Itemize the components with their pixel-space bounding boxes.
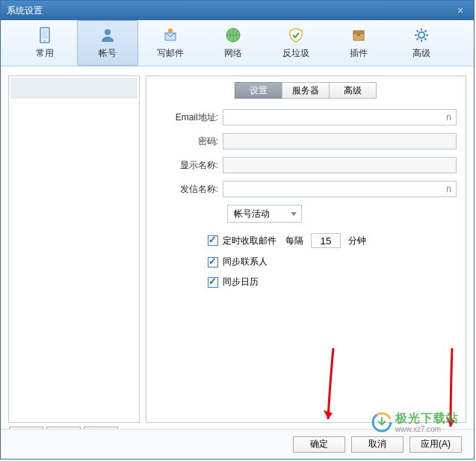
svg-point-3: [105, 29, 111, 35]
account-list: 新建 导入 删除: [8, 75, 140, 423]
sync-contacts-checkbox[interactable]: [208, 257, 218, 267]
tab-compose[interactable]: 写邮件: [140, 20, 201, 66]
password-field[interactable]: [223, 133, 457, 149]
interval-field[interactable]: [311, 233, 341, 248]
fetch-checkbox[interactable]: [208, 235, 218, 246]
gear-icon: [413, 26, 430, 44]
toolbar: 常用 帐号 写邮件 网络 反垃圾: [1, 20, 474, 66]
tab-label: 反垃圾: [282, 47, 309, 60]
tab-label: 插件: [350, 47, 368, 60]
svg-point-2: [44, 40, 46, 42]
svg-rect-8: [357, 34, 360, 36]
close-icon[interactable]: ×: [453, 4, 468, 16]
compose-icon: [162, 26, 179, 44]
sync-calendar-checkbox[interactable]: [208, 277, 218, 288]
svg-point-9: [418, 32, 424, 38]
svg-line-15: [424, 38, 426, 40]
sender-name-field[interactable]: [223, 181, 457, 197]
tab-label: 高级: [412, 47, 430, 60]
password-label: 密码:: [155, 135, 223, 148]
globe-icon: [225, 26, 241, 44]
sender-label: 发信名称:: [155, 183, 223, 196]
subtab-settings[interactable]: 设置: [235, 82, 282, 99]
tab-advanced[interactable]: 高级: [391, 20, 452, 66]
tab-label: 常用: [36, 47, 54, 60]
svg-line-14: [417, 31, 418, 32]
tab-plugin[interactable]: 插件: [328, 20, 389, 66]
account-status-select[interactable]: 帐号活动: [227, 205, 302, 223]
list-item[interactable]: [10, 78, 137, 99]
subtab-server[interactable]: 服务器: [282, 82, 330, 99]
window-title: 系统设置: [7, 4, 43, 17]
titlebar: 系统设置 ×: [1, 1, 474, 20]
svg-point-4: [168, 28, 173, 33]
svg-line-16: [417, 38, 418, 40]
svg-rect-7: [353, 31, 364, 34]
sync-contacts-label: 同步联系人: [223, 256, 268, 268]
tab-label: 网络: [224, 47, 242, 60]
tab-network[interactable]: 网络: [203, 20, 264, 66]
dialog-footer: 确定 取消 应用(A): [1, 429, 474, 459]
svg-rect-1: [42, 29, 48, 39]
person-icon: [99, 26, 116, 44]
apply-button[interactable]: 应用(A): [409, 436, 462, 453]
display-label: 显示名称:: [155, 159, 223, 172]
select-value: 帐号活动: [234, 208, 270, 220]
shield-icon: [288, 26, 304, 44]
sync-calendar-label: 同步日历: [223, 276, 259, 288]
fetch-label: 定时收取邮件: [223, 235, 276, 247]
tab-account[interactable]: 帐号: [77, 20, 138, 66]
interval-suffix: 分钟: [348, 235, 366, 247]
display-name-field[interactable]: [223, 157, 457, 173]
tab-common[interactable]: 常用: [14, 20, 75, 66]
tab-label: 帐号: [99, 47, 117, 60]
email-field[interactable]: [223, 109, 457, 126]
interval-prefix: 每隔: [285, 235, 303, 247]
subtab-advanced[interactable]: 高级: [329, 82, 377, 99]
phone-icon: [38, 26, 52, 44]
settings-panel: 设置 服务器 高级 Email地址: 密码: 显示名称: 发信名称: 帐: [146, 75, 466, 423]
tab-antispam[interactable]: 反垃圾: [265, 20, 327, 66]
plugin-icon: [350, 26, 367, 44]
svg-line-17: [424, 31, 426, 32]
ok-button[interactable]: 确定: [293, 436, 345, 453]
tab-label: 写邮件: [157, 47, 184, 60]
cancel-button[interactable]: 取消: [351, 436, 404, 453]
email-label: Email地址:: [155, 111, 223, 124]
